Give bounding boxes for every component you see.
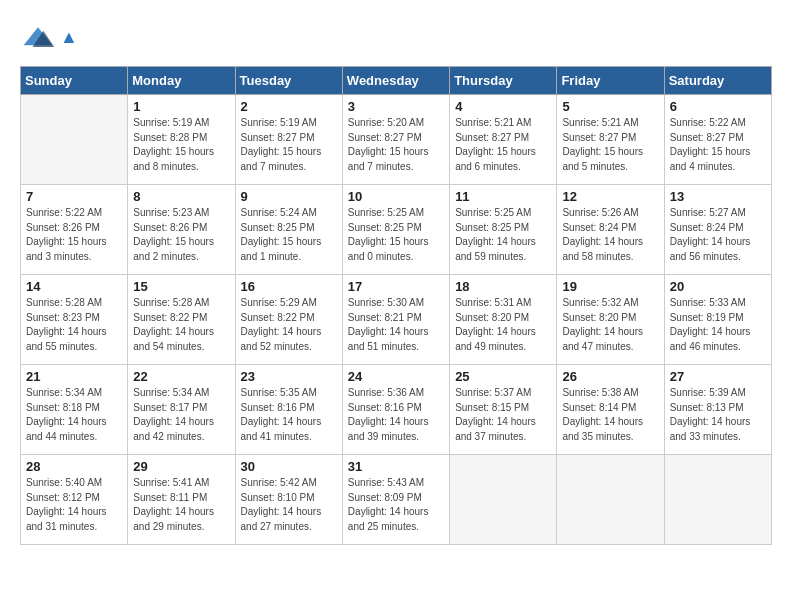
day-number: 28	[26, 459, 122, 474]
day-info: Sunrise: 5:31 AM Sunset: 8:20 PM Dayligh…	[455, 296, 551, 354]
day-info: Sunrise: 5:38 AM Sunset: 8:14 PM Dayligh…	[562, 386, 658, 444]
calendar-week-row: 7Sunrise: 5:22 AM Sunset: 8:26 PM Daylig…	[21, 185, 772, 275]
calendar-cell: 11Sunrise: 5:25 AM Sunset: 8:25 PM Dayli…	[450, 185, 557, 275]
calendar-cell: 20Sunrise: 5:33 AM Sunset: 8:19 PM Dayli…	[664, 275, 771, 365]
weekday-header: Monday	[128, 67, 235, 95]
day-number: 31	[348, 459, 444, 474]
day-number: 2	[241, 99, 337, 114]
day-info: Sunrise: 5:32 AM Sunset: 8:20 PM Dayligh…	[562, 296, 658, 354]
day-info: Sunrise: 5:40 AM Sunset: 8:12 PM Dayligh…	[26, 476, 122, 534]
day-number: 14	[26, 279, 122, 294]
day-number: 11	[455, 189, 551, 204]
logo-icon	[20, 20, 56, 56]
weekday-header: Wednesday	[342, 67, 449, 95]
calendar-cell: 28Sunrise: 5:40 AM Sunset: 8:12 PM Dayli…	[21, 455, 128, 545]
calendar-cell: 23Sunrise: 5:35 AM Sunset: 8:16 PM Dayli…	[235, 365, 342, 455]
weekday-header: Sunday	[21, 67, 128, 95]
weekday-header: Thursday	[450, 67, 557, 95]
calendar-cell: 10Sunrise: 5:25 AM Sunset: 8:25 PM Dayli…	[342, 185, 449, 275]
day-number: 25	[455, 369, 551, 384]
day-info: Sunrise: 5:22 AM Sunset: 8:26 PM Dayligh…	[26, 206, 122, 264]
day-number: 30	[241, 459, 337, 474]
calendar-cell: 9Sunrise: 5:24 AM Sunset: 8:25 PM Daylig…	[235, 185, 342, 275]
calendar-cell: 8Sunrise: 5:23 AM Sunset: 8:26 PM Daylig…	[128, 185, 235, 275]
day-number: 15	[133, 279, 229, 294]
day-info: Sunrise: 5:42 AM Sunset: 8:10 PM Dayligh…	[241, 476, 337, 534]
calendar-cell	[557, 455, 664, 545]
day-info: Sunrise: 5:23 AM Sunset: 8:26 PM Dayligh…	[133, 206, 229, 264]
calendar-cell: 7Sunrise: 5:22 AM Sunset: 8:26 PM Daylig…	[21, 185, 128, 275]
calendar-cell: 2Sunrise: 5:19 AM Sunset: 8:27 PM Daylig…	[235, 95, 342, 185]
day-number: 29	[133, 459, 229, 474]
day-number: 6	[670, 99, 766, 114]
day-info: Sunrise: 5:21 AM Sunset: 8:27 PM Dayligh…	[455, 116, 551, 174]
calendar-cell: 3Sunrise: 5:20 AM Sunset: 8:27 PM Daylig…	[342, 95, 449, 185]
day-info: Sunrise: 5:20 AM Sunset: 8:27 PM Dayligh…	[348, 116, 444, 174]
day-info: Sunrise: 5:37 AM Sunset: 8:15 PM Dayligh…	[455, 386, 551, 444]
day-number: 16	[241, 279, 337, 294]
weekday-header: Tuesday	[235, 67, 342, 95]
calendar-cell: 15Sunrise: 5:28 AM Sunset: 8:22 PM Dayli…	[128, 275, 235, 365]
calendar-cell: 21Sunrise: 5:34 AM Sunset: 8:18 PM Dayli…	[21, 365, 128, 455]
calendar-table: SundayMondayTuesdayWednesdayThursdayFrid…	[20, 66, 772, 545]
day-info: Sunrise: 5:43 AM Sunset: 8:09 PM Dayligh…	[348, 476, 444, 534]
day-number: 24	[348, 369, 444, 384]
day-number: 13	[670, 189, 766, 204]
day-info: Sunrise: 5:19 AM Sunset: 8:27 PM Dayligh…	[241, 116, 337, 174]
weekday-header: Friday	[557, 67, 664, 95]
weekday-row: SundayMondayTuesdayWednesdayThursdayFrid…	[21, 67, 772, 95]
day-info: Sunrise: 5:22 AM Sunset: 8:27 PM Dayligh…	[670, 116, 766, 174]
calendar-header: SundayMondayTuesdayWednesdayThursdayFrid…	[21, 67, 772, 95]
calendar-cell: 17Sunrise: 5:30 AM Sunset: 8:21 PM Dayli…	[342, 275, 449, 365]
calendar-cell: 22Sunrise: 5:34 AM Sunset: 8:17 PM Dayli…	[128, 365, 235, 455]
day-info: Sunrise: 5:25 AM Sunset: 8:25 PM Dayligh…	[348, 206, 444, 264]
day-number: 8	[133, 189, 229, 204]
day-info: Sunrise: 5:39 AM Sunset: 8:13 PM Dayligh…	[670, 386, 766, 444]
calendar-week-row: 21Sunrise: 5:34 AM Sunset: 8:18 PM Dayli…	[21, 365, 772, 455]
day-number: 20	[670, 279, 766, 294]
day-info: Sunrise: 5:28 AM Sunset: 8:23 PM Dayligh…	[26, 296, 122, 354]
day-info: Sunrise: 5:19 AM Sunset: 8:28 PM Dayligh…	[133, 116, 229, 174]
calendar-cell: 12Sunrise: 5:26 AM Sunset: 8:24 PM Dayli…	[557, 185, 664, 275]
calendar-cell: 18Sunrise: 5:31 AM Sunset: 8:20 PM Dayli…	[450, 275, 557, 365]
calendar-cell	[664, 455, 771, 545]
day-number: 27	[670, 369, 766, 384]
calendar-cell: 31Sunrise: 5:43 AM Sunset: 8:09 PM Dayli…	[342, 455, 449, 545]
logo-line1: ▲	[60, 28, 78, 48]
day-number: 26	[562, 369, 658, 384]
calendar-week-row: 1Sunrise: 5:19 AM Sunset: 8:28 PM Daylig…	[21, 95, 772, 185]
day-info: Sunrise: 5:41 AM Sunset: 8:11 PM Dayligh…	[133, 476, 229, 534]
day-info: Sunrise: 5:27 AM Sunset: 8:24 PM Dayligh…	[670, 206, 766, 264]
calendar-cell	[450, 455, 557, 545]
day-number: 3	[348, 99, 444, 114]
day-number: 22	[133, 369, 229, 384]
calendar-cell: 25Sunrise: 5:37 AM Sunset: 8:15 PM Dayli…	[450, 365, 557, 455]
day-number: 1	[133, 99, 229, 114]
day-number: 19	[562, 279, 658, 294]
calendar-body: 1Sunrise: 5:19 AM Sunset: 8:28 PM Daylig…	[21, 95, 772, 545]
calendar-cell: 29Sunrise: 5:41 AM Sunset: 8:11 PM Dayli…	[128, 455, 235, 545]
calendar-week-row: 28Sunrise: 5:40 AM Sunset: 8:12 PM Dayli…	[21, 455, 772, 545]
day-info: Sunrise: 5:35 AM Sunset: 8:16 PM Dayligh…	[241, 386, 337, 444]
calendar-cell: 30Sunrise: 5:42 AM Sunset: 8:10 PM Dayli…	[235, 455, 342, 545]
day-number: 21	[26, 369, 122, 384]
page-container: ▲ SundayMondayTuesdayWednesdayThursdayFr…	[0, 0, 792, 555]
day-number: 7	[26, 189, 122, 204]
calendar-cell: 26Sunrise: 5:38 AM Sunset: 8:14 PM Dayli…	[557, 365, 664, 455]
day-info: Sunrise: 5:34 AM Sunset: 8:18 PM Dayligh…	[26, 386, 122, 444]
day-info: Sunrise: 5:21 AM Sunset: 8:27 PM Dayligh…	[562, 116, 658, 174]
day-number: 5	[562, 99, 658, 114]
calendar-cell: 4Sunrise: 5:21 AM Sunset: 8:27 PM Daylig…	[450, 95, 557, 185]
calendar-cell: 6Sunrise: 5:22 AM Sunset: 8:27 PM Daylig…	[664, 95, 771, 185]
logo-text: ▲	[60, 28, 78, 48]
calendar-cell: 1Sunrise: 5:19 AM Sunset: 8:28 PM Daylig…	[128, 95, 235, 185]
calendar-cell: 24Sunrise: 5:36 AM Sunset: 8:16 PM Dayli…	[342, 365, 449, 455]
header: ▲	[20, 20, 772, 56]
weekday-header: Saturday	[664, 67, 771, 95]
day-info: Sunrise: 5:26 AM Sunset: 8:24 PM Dayligh…	[562, 206, 658, 264]
day-info: Sunrise: 5:24 AM Sunset: 8:25 PM Dayligh…	[241, 206, 337, 264]
calendar-cell: 19Sunrise: 5:32 AM Sunset: 8:20 PM Dayli…	[557, 275, 664, 365]
calendar-cell	[21, 95, 128, 185]
calendar-cell: 16Sunrise: 5:29 AM Sunset: 8:22 PM Dayli…	[235, 275, 342, 365]
day-info: Sunrise: 5:28 AM Sunset: 8:22 PM Dayligh…	[133, 296, 229, 354]
